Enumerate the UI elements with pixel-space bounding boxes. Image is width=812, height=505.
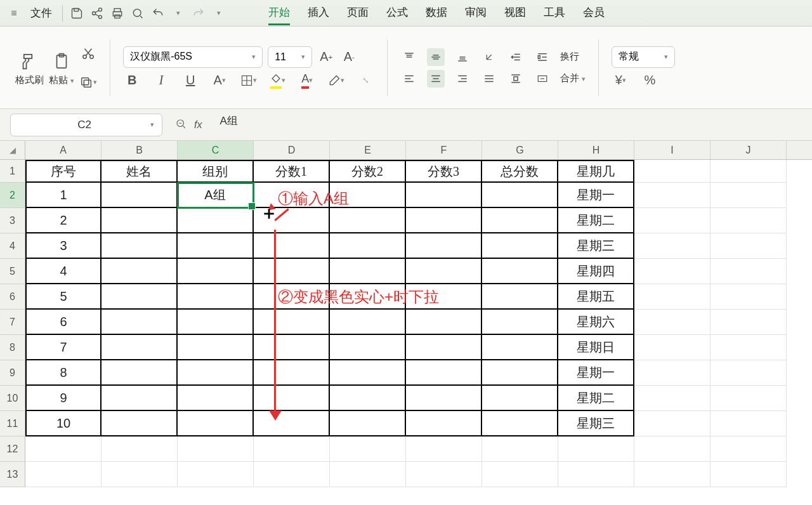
cell[interactable] [254,259,330,284]
cell[interactable] [330,335,406,360]
distribute-icon[interactable] [507,70,525,88]
cell[interactable] [406,284,482,310]
cell[interactable] [178,386,254,411]
cell[interactable] [254,310,330,335]
tab-review[interactable]: 审阅 [465,1,487,25]
row-header[interactable]: 5 [0,259,25,284]
cell[interactable] [254,411,330,436]
cell[interactable]: 星期二 [558,386,634,411]
col-header-j[interactable]: J [710,141,787,159]
cell[interactable] [178,233,254,259]
row-header[interactable]: 1 [0,160,25,183]
cell[interactable]: 星期日 [558,335,634,360]
percent-icon[interactable]: % [641,72,658,89]
cell[interactable] [710,436,787,462]
cell[interactable] [634,462,710,487]
cell[interactable] [558,462,634,487]
row-header[interactable]: 10 [0,386,25,411]
cell[interactable] [406,436,482,462]
cell[interactable] [330,259,406,284]
cell[interactable] [634,160,710,183]
align-top-icon[interactable] [400,48,418,66]
cell[interactable] [558,436,634,462]
font-name-select[interactable]: 汉仪旗黑-65S▾ [123,46,263,68]
cell[interactable]: 7 [25,335,102,360]
justify-icon[interactable] [480,70,498,88]
underline-icon[interactable]: U [181,72,199,89]
row-header[interactable]: 7 [0,310,25,335]
cut-icon[interactable] [79,44,97,62]
cell[interactable] [406,310,482,335]
cell[interactable] [254,208,330,233]
borders-icon[interactable]: ▾ [240,72,258,89]
cell[interactable] [482,284,558,310]
row-header[interactable]: 3 [0,208,25,233]
col-header-h[interactable]: H [558,141,634,159]
fx-icon[interactable]: fx [194,119,202,131]
col-header-i[interactable]: I [634,141,710,159]
row-header[interactable]: 2 [0,183,25,208]
cell[interactable] [330,284,406,310]
cell[interactable]: 分数3 [406,160,482,183]
cell[interactable] [710,411,787,436]
file-menu[interactable]: 文件 [25,6,57,20]
redo-icon[interactable] [190,4,207,22]
row-header[interactable]: 11 [0,411,25,436]
italic-icon[interactable]: I [152,72,170,89]
cell[interactable] [634,284,710,310]
cell[interactable] [482,208,558,233]
cell[interactable] [634,233,710,259]
row-header[interactable]: 6 [0,284,25,310]
fill-color-icon[interactable]: ▾ [269,72,287,89]
tab-member[interactable]: 会员 [583,1,605,25]
app-menu-icon[interactable]: ≡ [5,4,23,22]
cell[interactable]: 5 [25,284,102,310]
cell[interactable]: 星期五 [558,284,634,310]
cell[interactable] [710,386,787,411]
cell[interactable]: 星期一 [558,360,634,386]
cell[interactable] [634,310,710,335]
cell[interactable] [634,208,710,233]
cell[interactable] [406,259,482,284]
cell[interactable]: 10 [25,411,102,436]
cell[interactable] [406,208,482,233]
row-header[interactable]: 13 [0,462,25,487]
more-dropdown-icon[interactable]: ▾ [210,4,228,22]
cell[interactable] [178,411,254,436]
cell[interactable] [634,259,710,284]
eraser-icon[interactable]: ▾ [327,72,345,89]
select-all-corner[interactable]: ◢ [0,141,25,159]
cell[interactable] [25,436,102,462]
cell[interactable] [254,183,330,208]
cell[interactable]: 总分数 [482,160,558,183]
cell[interactable] [102,411,178,436]
paste-icon[interactable] [49,49,74,74]
number-format-select[interactable]: 常规▾ [612,46,675,68]
tab-view[interactable]: 视图 [504,1,526,25]
cell[interactable] [710,360,787,386]
cell[interactable] [406,183,482,208]
bold-icon[interactable]: B [123,72,141,89]
cell[interactable]: A组 [178,183,254,208]
cell[interactable] [330,386,406,411]
cell[interactable]: 分数2 [330,160,406,183]
cell[interactable]: 3 [25,233,102,259]
cell[interactable]: 星期几 [558,160,634,183]
cell[interactable] [482,310,558,335]
cell[interactable]: 序号 [25,160,102,183]
row-header[interactable]: 4 [0,233,25,259]
cell[interactable]: 星期六 [558,310,634,335]
save-icon[interactable] [68,4,86,22]
cell[interactable] [710,284,787,310]
indent-increase-icon[interactable] [534,48,551,66]
align-middle-icon[interactable] [427,48,445,66]
cell[interactable] [634,411,710,436]
cell[interactable]: 星期三 [558,233,634,259]
cell[interactable] [178,284,254,310]
copy-icon[interactable]: ▾ [79,74,97,91]
row-header[interactable]: 8 [0,335,25,360]
col-header-f[interactable]: F [406,141,482,159]
cell[interactable]: 星期一 [558,183,634,208]
cell[interactable] [406,360,482,386]
cell[interactable] [254,462,330,487]
